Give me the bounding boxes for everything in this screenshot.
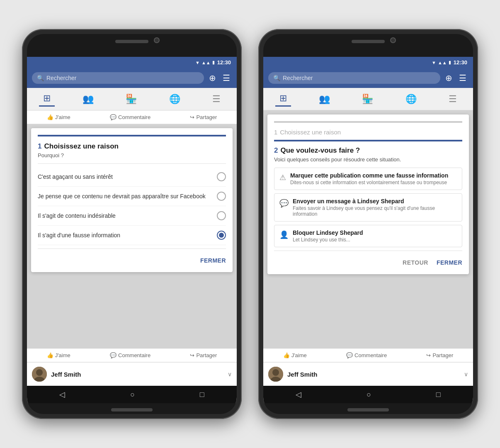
like-btn-bottom-1[interactable]: 👍 J'aime bbox=[47, 352, 70, 358]
share-btn-bottom-2[interactable]: ↪ Partager bbox=[426, 352, 453, 358]
back-modal-btn-2[interactable]: RETOUR bbox=[403, 259, 428, 266]
battery-icon-2: ▮ bbox=[449, 60, 451, 65]
step1-number-1: 1 bbox=[38, 142, 41, 151]
phone-2: ▼ ▲▲ ▮ 12:30 🔍 Rechercher ⊕ ☰ bbox=[258, 29, 478, 419]
like-btn-bottom-2[interactable]: 👍 J'aime bbox=[283, 352, 307, 358]
nav-friends-2[interactable]: 👥 bbox=[315, 92, 334, 106]
home-btn-1[interactable]: ○ bbox=[130, 390, 135, 399]
search-bar-2[interactable]: 🔍 Rechercher bbox=[268, 72, 440, 84]
status-bar-1: ▼ ▲▲ ▮ 12:30 bbox=[27, 57, 237, 68]
warning-icon: ⚠ bbox=[279, 173, 286, 182]
nav-home-2[interactable]: ⊞ bbox=[275, 91, 291, 107]
share-icon-bottom-1: ↪ bbox=[190, 352, 194, 358]
modal-top-bar-gray-2 bbox=[274, 121, 462, 123]
radio-circle-2[interactable] bbox=[217, 211, 226, 220]
nav-home-1[interactable]: ⊞ bbox=[39, 91, 55, 107]
comment-btn-top-1[interactable]: 💬 Commentaire bbox=[110, 114, 150, 120]
nav-friends-1[interactable]: 👥 bbox=[78, 92, 98, 106]
nav-globe-2[interactable]: 🌐 bbox=[401, 92, 421, 106]
bottom-post-1: Jeff Smith ∨ bbox=[27, 362, 237, 386]
radio-circle-1[interactable] bbox=[217, 192, 226, 201]
chevron-down-1[interactable]: ∨ bbox=[228, 371, 232, 377]
chevron-down-2[interactable]: ∨ bbox=[464, 371, 468, 377]
bottom-post-2: Jeff Smith ∨ bbox=[263, 362, 473, 386]
like-icon-bottom-1: 👍 bbox=[47, 352, 53, 358]
battery-icon: ▮ bbox=[212, 60, 215, 65]
messenger-icon-1[interactable]: ⊕ bbox=[207, 71, 218, 85]
avatar-1 bbox=[32, 367, 47, 382]
messenger-icon-2[interactable]: ⊕ bbox=[444, 71, 454, 85]
radio-option-2[interactable]: Il s'agit de contenu indésirable bbox=[38, 206, 226, 226]
friends-icon-1[interactable]: ☰ bbox=[221, 71, 232, 85]
fb-header-2: 🔍 Rechercher ⊕ ☰ bbox=[263, 68, 473, 88]
friends-icon-2[interactable]: ☰ bbox=[457, 71, 468, 85]
radio-text-2: Il s'agit de contenu indésirable bbox=[38, 212, 217, 219]
divider-2 bbox=[38, 248, 226, 249]
search-bar-1[interactable]: 🔍 Rechercher bbox=[32, 72, 204, 84]
signal-icon-2: ▲▲ bbox=[438, 60, 447, 65]
svg-point-4 bbox=[272, 369, 279, 376]
radio-option-3[interactable]: Il s'agit d'une fausse information bbox=[38, 226, 226, 245]
comment-btn-bottom-1[interactable]: 💬 Commentaire bbox=[110, 352, 150, 358]
svg-point-1 bbox=[36, 369, 43, 376]
divider-1 bbox=[38, 163, 226, 164]
search-text-2: Rechercher bbox=[283, 75, 313, 81]
search-magnifier-1: 🔍 bbox=[37, 75, 44, 81]
speaker-2 bbox=[352, 40, 385, 43]
comment-btn-bottom-2[interactable]: 💬 Commentaire bbox=[346, 352, 387, 358]
radio-circle-0[interactable] bbox=[217, 172, 226, 181]
phone-1: ▼ ▲▲ ▮ 12:30 🔍 Rechercher ⊕ ☰ bbox=[22, 29, 242, 419]
share-btn-bottom-1[interactable]: ↪ Partager bbox=[190, 352, 217, 358]
camera-2 bbox=[390, 37, 396, 43]
action-option-content-1: Envoyer un message à Lindsey Shepard Fai… bbox=[293, 198, 457, 217]
status-bar-2: ▼ ▲▲ ▮ 12:30 bbox=[263, 57, 473, 68]
step1-lbl-inactive-2: Choisissez une raison bbox=[280, 129, 341, 136]
home-btn-2[interactable]: ○ bbox=[367, 390, 371, 399]
phones-container: ▼ ▲▲ ▮ 12:30 🔍 Rechercher ⊕ ☰ bbox=[22, 29, 478, 419]
share-btn-top-1[interactable]: ↪ Partager bbox=[190, 114, 217, 120]
radio-option-0[interactable]: C'est agaçant ou sans intérêt bbox=[38, 167, 226, 187]
step1-title-1: 1 Choisissez une raison bbox=[38, 142, 226, 151]
action-option-desc-2: Let Lindsey you use this... bbox=[293, 237, 363, 243]
radio-circle-3[interactable] bbox=[217, 231, 226, 240]
avatar-2 bbox=[268, 367, 283, 382]
share-icon-top-1: ↪ bbox=[190, 114, 194, 120]
status-icons-1: ▼ ▲▲ ▮ bbox=[195, 60, 215, 65]
close-btn-1[interactable]: FERMER bbox=[200, 257, 226, 264]
modal-card-1: 1 Choisissez une raison Pourquoi ? C'est… bbox=[31, 128, 233, 272]
back-btn-1[interactable]: ◁ bbox=[59, 390, 65, 399]
recents-btn-1[interactable]: □ bbox=[200, 390, 204, 399]
nav-globe-1[interactable]: 🌐 bbox=[165, 92, 184, 106]
modal-footer-1: FERMER bbox=[38, 252, 226, 265]
phone-1-inner: ▼ ▲▲ ▮ 12:30 🔍 Rechercher ⊕ ☰ bbox=[27, 34, 237, 414]
action-option-1[interactable]: 💬 Envoyer un message à Lindsey Shepard F… bbox=[274, 193, 462, 222]
nav-menu-1[interactable]: ☰ bbox=[208, 92, 225, 106]
time-2: 12:30 bbox=[454, 59, 467, 66]
nav-store-2[interactable]: 🏪 bbox=[358, 92, 377, 106]
step1-inactive-2: 1 Choisissez une raison bbox=[274, 129, 462, 136]
nav-bar-1: ⊞ 👥 🏪 🌐 ☰ bbox=[27, 88, 237, 110]
close-modal-btn-2[interactable]: FERMER bbox=[437, 259, 462, 266]
phone-2-inner: ▼ ▲▲ ▮ 12:30 🔍 Rechercher ⊕ ☰ bbox=[263, 34, 473, 414]
post-actions-top-1: 👍 J'aime 💬 Commentaire ↪ Partager bbox=[27, 110, 237, 124]
action-option-0[interactable]: ⚠ Marquer cette publication comme une fa… bbox=[274, 168, 462, 190]
modal-overlay-1: 1 Choisissez une raison Pourquoi ? C'est… bbox=[27, 124, 237, 348]
user-name-1: Jeff Smith bbox=[51, 371, 223, 378]
nav-store-1[interactable]: 🏪 bbox=[121, 92, 141, 106]
action-option-title-0: Marquer cette publication comme une faus… bbox=[290, 172, 448, 179]
back-btn-2[interactable]: ◁ bbox=[296, 390, 301, 399]
action-option-2[interactable]: 👤 Bloquer Lindsey Shepard Let Lindsey yo… bbox=[274, 225, 462, 247]
step1-num-inactive-2: 1 bbox=[274, 129, 277, 136]
recents-btn-2[interactable]: □ bbox=[436, 390, 441, 399]
modal-overlay-2: 1 Choisissez une raison 2 Que voulez-vou… bbox=[263, 110, 473, 348]
nav-menu-2[interactable]: ☰ bbox=[444, 92, 461, 106]
action-option-title-2: Bloquer Lindsey Shepard bbox=[293, 229, 363, 236]
bottom-pill-1 bbox=[111, 408, 153, 411]
wifi-icon: ▼ bbox=[195, 60, 200, 65]
like-btn-top-1[interactable]: 👍 J'aime bbox=[47, 114, 70, 120]
radio-option-1[interactable]: Je pense que ce contenu ne devrait pas a… bbox=[38, 187, 226, 206]
radio-text-3: Il s'agit d'une fausse information bbox=[38, 232, 217, 239]
bottom-pill-2 bbox=[347, 408, 389, 411]
status-icons-2: ▼ ▲▲ ▮ bbox=[432, 60, 451, 65]
user-name-2: Jeff Smith bbox=[287, 371, 460, 378]
